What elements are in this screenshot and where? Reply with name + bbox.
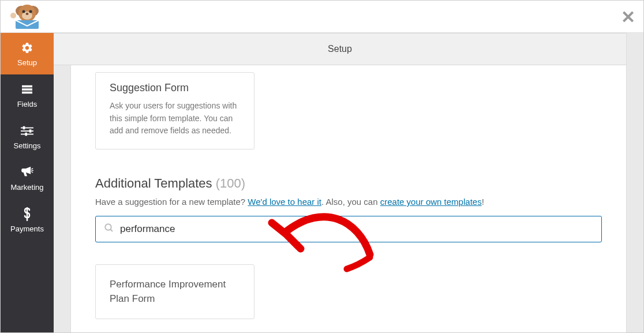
app-logo — [10, 3, 44, 31]
sidebar-label: Payments — [10, 225, 44, 233]
section-heading-additional: Additional Templates (100) — [95, 176, 602, 191]
svg-point-5 — [29, 10, 32, 13]
svg-rect-13 — [21, 130, 33, 132]
sidebar-label: Marketing — [10, 183, 43, 192]
template-title: Performance Improvement Plan Form — [110, 279, 226, 304]
list-icon — [21, 83, 33, 96]
bullhorn-icon — [20, 166, 34, 179]
svg-rect-12 — [21, 127, 33, 128]
svg-rect-9 — [22, 85, 32, 87]
svg-rect-16 — [29, 129, 32, 133]
template-title: Suggestion Form — [110, 82, 240, 94]
svg-rect-11 — [22, 91, 32, 93]
suggestion-line: Have a suggestion for a new template? We… — [95, 197, 602, 207]
svg-point-4 — [23, 10, 25, 13]
template-search-box[interactable] — [95, 216, 602, 242]
template-desc: Ask your users for suggestions with this… — [110, 100, 240, 137]
template-card-suggestion[interactable]: Suggestion Form Ask your users for sugge… — [95, 72, 254, 149]
svg-point-8 — [10, 13, 16, 18]
sidebar-item-marketing[interactable]: Marketing — [1, 158, 54, 199]
close-button[interactable]: ✕ — [621, 9, 635, 26]
content-area: Suggestion Form Ask your users for sugge… — [71, 65, 626, 332]
template-count: (100) — [216, 176, 245, 190]
tab-setup[interactable]: Setup — [328, 44, 352, 54]
sidebar-item-setup[interactable]: Setup — [1, 33, 54, 74]
right-gutter — [626, 33, 643, 332]
svg-line-19 — [110, 229, 113, 231]
create-template-link[interactable]: create your own templates — [380, 197, 482, 207]
suggest-template-link[interactable]: We'd love to hear it — [248, 197, 321, 207]
svg-rect-10 — [22, 88, 32, 91]
sidebar-label: Fields — [17, 100, 38, 108]
top-bar: ✕ — [1, 1, 643, 33]
dollar-icon — [23, 207, 32, 221]
template-search-input[interactable] — [120, 223, 593, 235]
sidebar-item-settings[interactable]: Settings — [1, 116, 54, 158]
sidebar-item-payments[interactable]: Payments — [1, 199, 54, 241]
sidebar-label: Setup — [17, 58, 37, 67]
template-card-result[interactable]: Performance Improvement Plan Form — [95, 264, 254, 319]
gear-icon — [21, 41, 33, 55]
tab-bar: Setup — [54, 33, 626, 65]
svg-rect-17 — [25, 132, 27, 136]
sidebar-item-fields[interactable]: Fields — [1, 74, 54, 116]
search-icon — [104, 223, 114, 235]
svg-point-6 — [26, 13, 29, 15]
sidebar-label: Settings — [14, 141, 41, 150]
sliders-icon — [21, 124, 33, 138]
sidebar: Setup Fields Settings Marketing Payments — [1, 33, 54, 332]
svg-rect-15 — [23, 126, 25, 129]
svg-point-18 — [105, 224, 111, 230]
left-gutter — [54, 65, 71, 332]
